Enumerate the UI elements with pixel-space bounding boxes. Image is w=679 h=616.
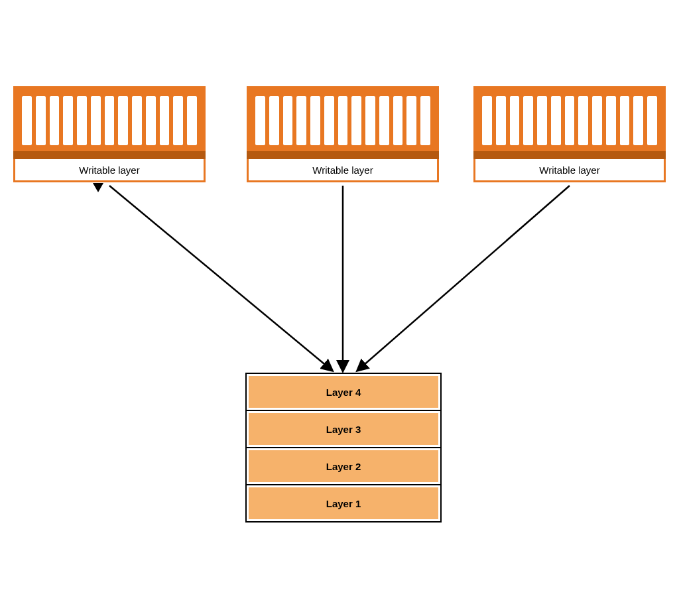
arrow-line (109, 186, 332, 370)
writable-layer-label: Writable layer (13, 159, 206, 182)
image-layer-label: Layer 3 (249, 413, 438, 445)
image-layer-label: Layer 2 (249, 450, 438, 482)
container-icon (247, 86, 439, 151)
image-layer-stack: Layer 4 Layer 3 Layer 2 Layer 1 (245, 373, 442, 523)
container-base (247, 151, 439, 159)
container-icon (13, 86, 206, 151)
image-layer-label: Layer 4 (249, 376, 438, 408)
arrow-line (358, 186, 570, 370)
image-layer: Layer 4 (247, 374, 440, 410)
container-box: Writable layer (473, 86, 666, 182)
writable-layer-label: Writable layer (247, 159, 439, 182)
diagram-stage: Writable layer Writable layer Writable l… (0, 0, 679, 616)
container-box: Writable layer (247, 86, 439, 182)
container-base (13, 151, 206, 159)
image-layer-label: Layer 1 (249, 487, 438, 519)
image-layer: Layer 2 (247, 447, 440, 484)
writable-layer-label: Writable layer (473, 159, 666, 182)
container-box: Writable layer (13, 86, 206, 182)
pointer-icon (93, 183, 103, 192)
image-layer: Layer 3 (247, 410, 440, 447)
container-base (473, 151, 666, 159)
container-icon (473, 86, 666, 151)
image-layer: Layer 1 (247, 484, 440, 521)
